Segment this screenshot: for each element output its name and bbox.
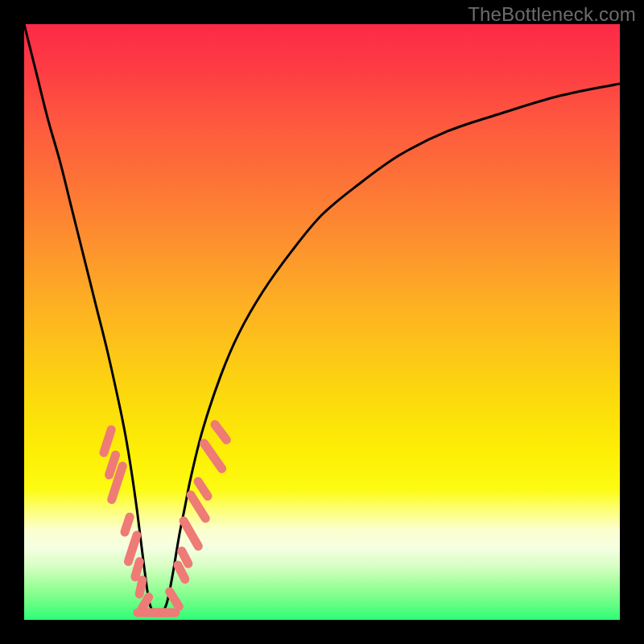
chart-frame: TheBottleneck.com [0,0,644,644]
watermark-text: TheBottleneck.com [468,3,636,26]
plot-area [24,24,620,620]
heat-gradient-background [24,24,620,620]
